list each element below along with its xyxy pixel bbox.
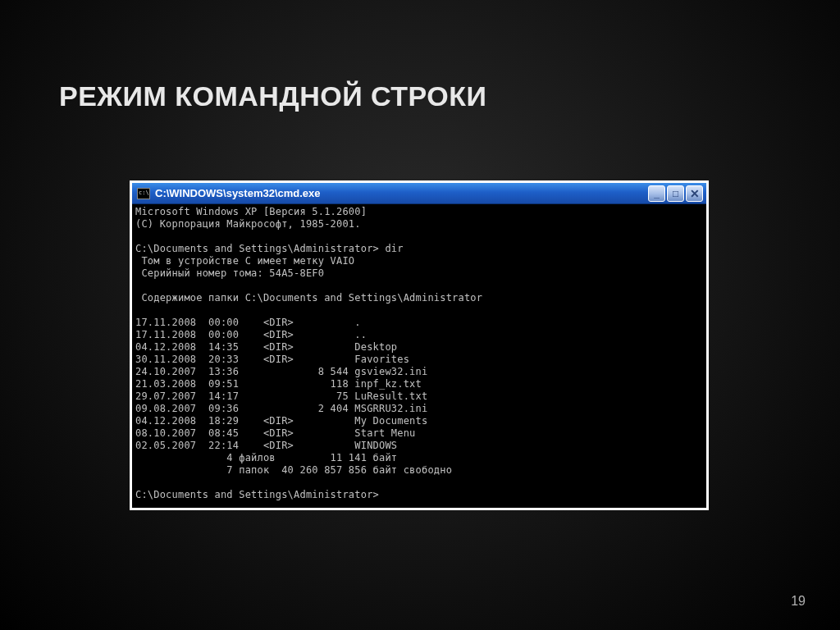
titlebar[interactable]: C:\WINDOWS\system32\cmd.exe _ □ ✕ [132, 183, 706, 204]
maximize-button[interactable]: □ [667, 185, 684, 202]
slide-title: РЕЖИМ КОМАНДНОЙ СТРОКИ [59, 80, 486, 112]
cmd-window: C:\WINDOWS\system32\cmd.exe _ □ ✕ Micros… [130, 180, 709, 510]
minimize-button[interactable]: _ [648, 185, 665, 202]
terminal-output[interactable]: Microsoft Windows XP [Версия 5.1.2600] (… [132, 204, 706, 508]
close-button[interactable]: ✕ [686, 185, 703, 202]
window-controls: _ □ ✕ [648, 185, 703, 202]
page-number: 19 [791, 594, 806, 609]
window-title: C:\WINDOWS\system32\cmd.exe [155, 187, 648, 199]
cmd-icon [137, 188, 150, 199]
